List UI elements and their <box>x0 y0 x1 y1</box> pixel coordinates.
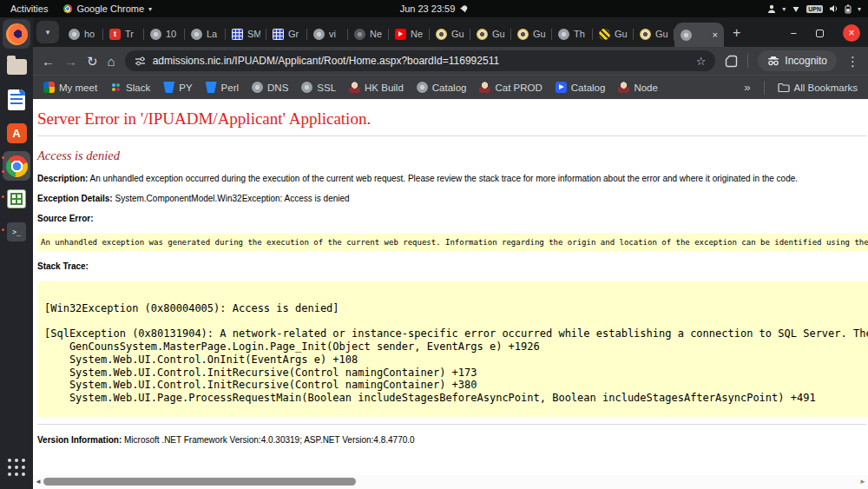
horizontal-scrollbar[interactable]: ◄ ► <box>33 475 868 489</box>
scrollbar-thumb[interactable] <box>43 478 356 486</box>
browser-tab[interactable]: Gu <box>511 21 552 47</box>
version-text: Microsoft .NET Framework Version:4.0.303… <box>124 435 415 445</box>
browser-tab[interactable]: La <box>185 21 226 47</box>
firefox-icon <box>6 23 28 45</box>
bookmark-item[interactable]: Perl <box>206 82 239 93</box>
close-button[interactable]: × <box>843 24 860 42</box>
bookmark-item[interactable]: DNS <box>252 82 288 93</box>
chevron-down-icon: ▾ <box>46 28 50 36</box>
show-applications-button[interactable] <box>3 454 30 480</box>
exception-text: System.ComponentModel.Win32Exception: Ac… <box>115 194 349 203</box>
page-content: Server Error in '/IPUADM/Applicant' Appl… <box>33 99 868 475</box>
slack-icon <box>110 82 122 93</box>
bookmark-item[interactable]: Catalog <box>556 82 606 93</box>
source-error-box: An unhandled exception was generated dur… <box>37 234 868 251</box>
clock-label: Jun 23 23:59 <box>400 3 456 14</box>
app-menu[interactable]: Google Chrome ▾ <box>63 3 152 14</box>
forward-button[interactable]: → <box>64 55 77 68</box>
site-favicon <box>599 29 610 40</box>
stack-line: [SqlException (0x80131904): A network-re… <box>44 327 865 340</box>
description-label: Description: <box>37 174 88 183</box>
dock-item-libreoffice-writer[interactable] <box>3 85 30 115</box>
new-tab-button[interactable]: + <box>733 25 740 41</box>
stack-line: [Win32Exception (0x80004005): Access is … <box>44 302 865 315</box>
tab-close-button[interactable]: × <box>713 30 718 40</box>
bookmark-item[interactable]: Catalog <box>417 82 467 93</box>
dock-item-terminal[interactable]: >_ <box>3 217 30 247</box>
globe-favicon <box>69 29 80 40</box>
system-indicators[interactable]: ▾ UPN ▾ <box>767 4 868 14</box>
bookmark-item[interactable]: PY <box>163 82 192 93</box>
active-tab[interactable]: × <box>674 23 724 47</box>
ubuntu-top-bar: Activities Google Chrome ▾ Jun 23 23:59 … <box>0 0 868 17</box>
clock-menu[interactable]: Jun 23 23:59 <box>400 3 469 14</box>
bitbucket-icon <box>163 82 174 93</box>
globe-favicon <box>558 29 569 40</box>
site-favicon <box>273 29 284 40</box>
browser-tab[interactable]: Th <box>552 21 593 47</box>
browser-tab[interactable]: Ne <box>389 21 430 47</box>
all-bookmarks-button[interactable]: All Bookmarks <box>778 83 858 93</box>
description-text: An unhandled exception occurred during t… <box>90 174 798 183</box>
bookmark-item[interactable]: Cat PROD <box>479 82 542 93</box>
browser-tab[interactable]: ho <box>62 21 103 47</box>
browser-tab[interactable]: Ne <box>348 21 389 47</box>
browser-tab[interactable]: SM <box>226 21 266 47</box>
stack-trace-label-line: Stack Trace: <box>37 261 868 271</box>
site-info-icon[interactable] <box>135 56 146 67</box>
activities-button[interactable]: Activities <box>10 3 48 14</box>
divider <box>37 424 866 425</box>
dock-item-firefox[interactable] <box>3 19 30 49</box>
restore-button[interactable] <box>816 30 824 37</box>
chrome-window: ▾ ho tTr 10 La SM Gr vi Ne Ne Gu Gu Gu T… <box>33 17 868 489</box>
scroll-right-arrow[interactable]: ► <box>859 478 866 486</box>
browser-tab[interactable]: Gu <box>634 21 674 47</box>
divider <box>764 81 765 95</box>
address-bar[interactable]: admissions.nic.in/IPUADM/Applicant/Root/… <box>125 50 716 71</box>
browser-tab[interactable]: 10 <box>144 21 185 47</box>
globe-icon <box>417 82 428 93</box>
network-icon <box>792 5 800 13</box>
dock-item-ubuntu-software[interactable]: A <box>3 118 30 148</box>
stack-line: System.Web.UI.Control.InitRecursive(Cont… <box>44 367 865 380</box>
home-button[interactable]: ⌂ <box>108 55 115 68</box>
menu-icon[interactable]: ⋮ <box>846 55 859 68</box>
chrome-icon <box>63 4 72 13</box>
browser-tab[interactable]: tTr <box>103 21 144 47</box>
dock-item-libreoffice-calc[interactable] <box>3 184 30 214</box>
browser-tab[interactable]: Gr <box>266 21 307 47</box>
stack-line: GenCounsSystem.MasterPage.Login.Page_Ini… <box>44 340 865 354</box>
bookmark-star-icon[interactable]: ☆ <box>696 55 707 68</box>
calc-icon <box>7 189 26 208</box>
version-info-line: Version Information: Microsoft .NET Fram… <box>37 435 868 445</box>
back-button[interactable]: ← <box>42 55 55 68</box>
minimize-button[interactable]: − <box>790 27 797 40</box>
files-icon <box>7 59 27 75</box>
bookmark-item[interactable]: HK Build <box>349 82 404 93</box>
terminal-icon: >_ <box>7 222 26 241</box>
emblem-favicon <box>436 29 447 40</box>
browser-tab[interactable]: Gu <box>593 21 634 47</box>
dock-item-files[interactable] <box>3 52 30 82</box>
dock-item-chrome[interactable] <box>3 151 30 181</box>
bookmark-item[interactable]: Slack <box>110 82 150 93</box>
chevron-down-icon: ▾ <box>782 5 786 13</box>
source-error-label-line: Source Error: <box>37 214 868 223</box>
emblem-favicon <box>517 29 529 40</box>
description-line: Description: An unhandled exception occu… <box>37 174 868 183</box>
writer-icon <box>8 89 25 110</box>
bookmarks-overflow-button[interactable]: » <box>744 81 750 94</box>
bookmark-item[interactable]: My meet <box>43 82 97 93</box>
bookmark-item[interactable]: Node <box>618 82 658 93</box>
bookmark-item[interactable]: SSL <box>301 82 336 93</box>
scroll-left-arrow[interactable]: ◄ <box>35 478 42 486</box>
extensions-icon[interactable] <box>725 55 738 68</box>
tab-search-button[interactable]: ▾ <box>36 21 59 43</box>
browser-tab[interactable]: vi <box>307 21 348 47</box>
reload-button[interactable]: ↻ <box>87 55 98 68</box>
browser-tab[interactable]: Gu <box>470 21 511 47</box>
url-text[interactable]: admissions.nic.in/IPUADM/Applicant/Root/… <box>153 55 499 67</box>
globe-icon <box>301 82 312 93</box>
incognito-badge[interactable]: Incognito <box>758 50 837 71</box>
browser-tab[interactable]: Gu <box>430 21 470 47</box>
